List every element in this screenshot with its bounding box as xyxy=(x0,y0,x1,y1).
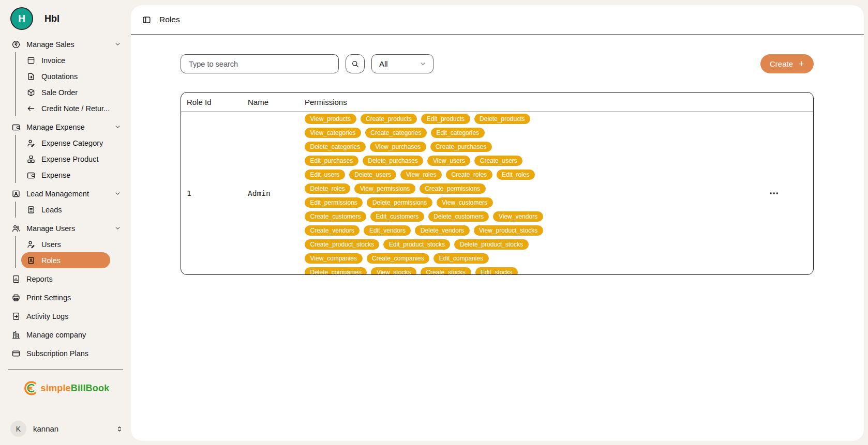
sidebar-item-roles[interactable]: Roles xyxy=(21,252,110,268)
person-edit-icon xyxy=(26,139,36,148)
sidebar-item-quotations[interactable]: Quotations xyxy=(21,68,131,84)
table-header-row: Role IdNamePermissions xyxy=(181,93,813,112)
permission-badge: View_stocks xyxy=(371,267,416,274)
row-actions-button[interactable]: ⋯ xyxy=(769,191,780,196)
sidebar-item-leads[interactable]: Leads xyxy=(21,202,131,218)
sidebar-item-manage-expense[interactable]: Manage Expense xyxy=(0,119,131,135)
nav-group-manage-company: Manage company xyxy=(0,327,131,343)
permission-badge: Delete_categories xyxy=(305,142,366,152)
sidebar-item-label: Activity Logs xyxy=(26,312,68,320)
sidebar-item-expense-product[interactable]: Expense Product xyxy=(21,151,131,167)
brand[interactable]: H Hbl xyxy=(0,0,131,36)
list-doc-icon xyxy=(26,205,36,214)
permission-badge: Delete_roles xyxy=(305,183,350,194)
sidebar-item-manage-users[interactable]: Manage Users xyxy=(0,220,131,236)
sidebar-item-subscription-plans[interactable]: Subscription Plans xyxy=(0,345,131,361)
nav-children: UsersRoles xyxy=(16,236,131,268)
building-icon xyxy=(11,330,21,340)
permission-badge: Delete_purchases xyxy=(363,156,424,166)
permission-badge: Create_purchases xyxy=(430,142,492,152)
permission-badge: Create_vendors xyxy=(305,225,360,236)
filter-dropdown[interactable]: All xyxy=(371,54,433,73)
sidebar-item-label: Expense xyxy=(41,171,70,179)
nav-group-activity-logs: Activity Logs xyxy=(0,308,131,324)
simplebillbook-logo-text: simpleBillBook xyxy=(41,383,110,394)
cell-actions: ⋯ xyxy=(736,191,813,196)
sidebar-item-label: Reports xyxy=(26,275,53,283)
toolbar: All Create xyxy=(181,54,814,73)
cell-role-id: 1 xyxy=(181,189,248,197)
sidebar-item-invoice[interactable]: Invoice xyxy=(21,52,131,68)
column-header-permissions: Permissions xyxy=(305,98,813,106)
invoice-icon xyxy=(26,56,36,65)
sidebar-item-print-settings[interactable]: Print Settings xyxy=(0,289,131,305)
sidebar-nav: Manage SalesInvoiceQuotationsSale OrderC… xyxy=(0,36,131,361)
permission-badge: Edit_categories xyxy=(431,128,485,138)
sidebar-item-label: Sale Order xyxy=(41,88,78,97)
sidebar-item-label: Manage Users xyxy=(26,224,75,233)
permission-badge: View_users xyxy=(427,156,470,166)
permission-badge: Create_customers xyxy=(305,211,366,222)
quotation-icon xyxy=(26,72,36,81)
page-title: Roles xyxy=(159,15,180,24)
sidebar-item-label: Subscription Plans xyxy=(26,349,88,358)
sidebar-item-label: Leads xyxy=(41,206,62,214)
people-icon xyxy=(11,224,21,233)
sidebar-item-label: Manage Sales xyxy=(26,40,74,49)
permission-badge: Edit_stocks xyxy=(475,267,518,274)
permission-badge: View_roles xyxy=(400,170,441,180)
nav-group-manage-sales: Manage SalesInvoiceQuotationsSale OrderC… xyxy=(0,36,131,116)
permission-badge: Edit_roles xyxy=(497,170,535,180)
sidebar-item-expense[interactable]: Expense xyxy=(21,167,131,183)
sidebar-item-manage-sales[interactable]: Manage Sales xyxy=(0,36,131,52)
sidebar-item-label: Invoice xyxy=(41,56,65,65)
sidebar-toggle-icon[interactable] xyxy=(142,15,152,25)
brand-name: Hbl xyxy=(44,13,59,24)
sidebar-item-label: Expense Product xyxy=(41,155,98,163)
user-menu[interactable]: K kannan xyxy=(10,421,124,437)
permission-badge: Create_users xyxy=(474,156,522,166)
sidebar-item-users[interactable]: Users xyxy=(21,236,131,252)
badge-icon xyxy=(26,256,36,265)
sidebar-item-label: Users xyxy=(41,240,61,249)
permission-badge: View_purchases xyxy=(370,142,426,152)
sidebar-item-label: Lead Management xyxy=(26,190,89,198)
permission-badge: Create_product_stocks xyxy=(305,239,379,250)
permission-badge: Delete_product_stocks xyxy=(454,239,528,250)
sidebar-item-lead-management[interactable]: Lead Management xyxy=(0,186,131,202)
permission-badge: Edit_vendors xyxy=(364,225,411,236)
user-name: kannan xyxy=(33,424,58,433)
rupee-circle-icon xyxy=(11,40,21,49)
up-down-chevron-icon xyxy=(115,425,124,433)
permission-badge: Edit_purchases xyxy=(305,156,358,166)
permission-badge: Edit_users xyxy=(305,170,345,180)
permission-badge: Create_permissions xyxy=(420,183,486,194)
search-input[interactable] xyxy=(181,54,339,73)
chevron-down-icon xyxy=(114,190,122,197)
boxes-icon xyxy=(26,155,36,164)
create-button[interactable]: Create xyxy=(760,54,814,73)
permission-badge: View_categories xyxy=(305,128,361,138)
sidebar-item-reports[interactable]: Reports xyxy=(0,271,131,287)
sidebar-item-expense-category[interactable]: Expense Category xyxy=(21,135,131,151)
nav-group-manage-users: Manage UsersUsersRoles xyxy=(0,220,131,268)
page-header: Roles xyxy=(131,5,864,35)
create-button-label: Create xyxy=(770,59,793,68)
sidebar-item-credit-note-retur[interactable]: Credit Note / Retur... xyxy=(21,100,131,116)
return-arrow-icon xyxy=(26,104,36,113)
sidebar-divider xyxy=(8,370,123,370)
search-button[interactable] xyxy=(346,54,365,73)
simplebillbook-logo: simpleBillBook xyxy=(0,379,131,397)
permission-badge: Delete_customers xyxy=(428,211,489,222)
sidebar-item-activity-logs[interactable]: Activity Logs xyxy=(0,308,131,324)
nav-group-print-settings: Print Settings xyxy=(0,289,131,305)
filter-value: All xyxy=(379,59,388,68)
package-icon xyxy=(26,88,36,97)
table-row: 1AdminView_productsCreate_productsEdit_p… xyxy=(181,112,813,274)
permission-badge: View_companies xyxy=(305,253,363,264)
sidebar-item-sale-order[interactable]: Sale Order xyxy=(21,84,131,100)
sidebar-item-manage-company[interactable]: Manage company xyxy=(0,327,131,343)
nav-children: Leads xyxy=(16,202,131,218)
permission-badge: Create_products xyxy=(361,114,417,124)
sidebar-item-label: Print Settings xyxy=(26,294,71,302)
